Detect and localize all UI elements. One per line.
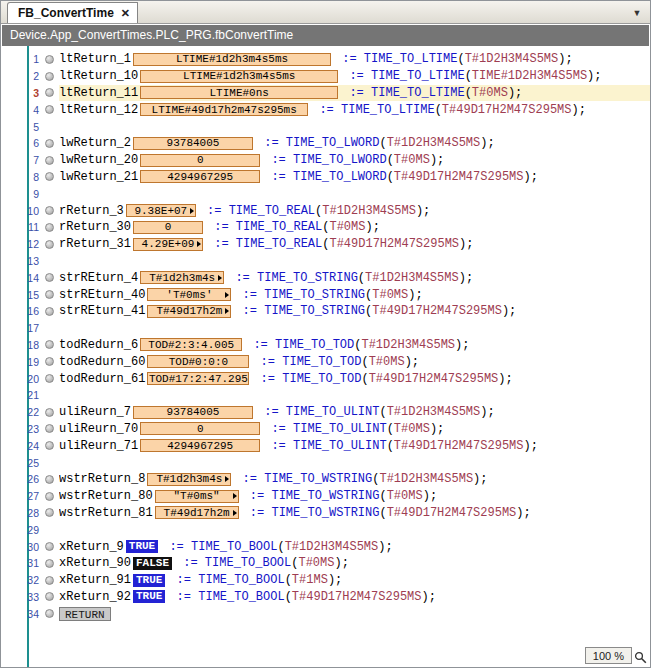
magnifier-icon[interactable] bbox=[633, 649, 648, 665]
close-icon[interactable]: ✕ bbox=[121, 8, 130, 19]
monitored-value-box[interactable]: 4.29E+09 bbox=[133, 238, 203, 251]
tab-list-dropdown[interactable]: ▼ bbox=[629, 5, 645, 20]
statement-bullet bbox=[45, 290, 54, 299]
monitored-value-box[interactable]: 0 bbox=[140, 422, 260, 435]
monitored-value-text: LTIME#0ns bbox=[210, 87, 269, 99]
code-line[interactable]: 4ltReturn_12LTIME#49d17h2m47s295ms := TI… bbox=[1, 101, 650, 118]
code-line[interactable]: 9 bbox=[1, 185, 650, 202]
code-line[interactable]: 29 bbox=[1, 521, 650, 538]
line-number: 15 bbox=[21, 289, 39, 301]
code-text: todRedurn_60TOD#0:0:0 := TIME_TO_TOD(T#0… bbox=[59, 353, 650, 370]
code-line[interactable]: 31xReturn_90FALSE := TIME_TO_BOOL(T#0MS)… bbox=[1, 555, 650, 572]
gutter-cell: 5 bbox=[1, 121, 59, 133]
statement-bullet bbox=[45, 88, 54, 97]
code-line[interactable]: 21 bbox=[1, 387, 650, 404]
bool-value-badge[interactable]: TRUE bbox=[133, 590, 165, 603]
code-line[interactable]: 8lwReturn_214294967295 := TIME_TO_LWORD(… bbox=[1, 169, 650, 186]
monitored-value-box[interactable]: 4294967295 bbox=[140, 170, 260, 183]
code-text: rReturn_300 := TIME_TO_REAL(T#0MS); bbox=[59, 219, 650, 236]
expand-triangle-icon[interactable] bbox=[225, 292, 229, 298]
expand-triangle-icon[interactable] bbox=[225, 476, 229, 482]
monitored-value-box[interactable]: 9.38E+07 bbox=[126, 204, 196, 217]
code-line[interactable]: 16strREturn_41T#49d17h2m := TIME_TO_STRI… bbox=[1, 303, 650, 320]
monitored-value-box[interactable]: "T#0ms" bbox=[155, 490, 239, 503]
code-editor[interactable]: 1ltReturn_1LTIME#1d2h3m4s5ms := TIME_TO_… bbox=[1, 46, 650, 667]
code-line[interactable]: 32xReturn_91TRUE := TIME_TO_BOOL(T#1MS); bbox=[1, 572, 650, 589]
code-line[interactable]: 12rReturn_314.29E+09 := TIME_TO_REAL(T#4… bbox=[1, 236, 650, 253]
time-literal: T#49D17H2M47S295MS bbox=[442, 103, 572, 117]
code-line[interactable]: 11rReturn_300 := TIME_TO_REAL(T#0MS); bbox=[1, 219, 650, 236]
monitored-value-box[interactable]: 'T#0ms' bbox=[147, 288, 231, 301]
code-line[interactable]: 22uliReurn_793784005 := TIME_TO_ULINT(T#… bbox=[1, 404, 650, 421]
code-line[interactable]: 30xReturn_9TRUE := TIME_TO_BOOL(T#1D2H3M… bbox=[1, 538, 650, 555]
expand-triangle-icon[interactable] bbox=[233, 510, 237, 516]
code-line[interactable]: 10rReturn_39.38E+07 := TIME_TO_REAL(T#1D… bbox=[1, 202, 650, 219]
bool-value-badge[interactable]: TRUE bbox=[133, 574, 165, 587]
code-line[interactable]: 17 bbox=[1, 320, 650, 337]
breadcrumb: Device.App_ConvertTimes.PLC_PRG.fbConver… bbox=[10, 28, 293, 42]
expand-triangle-icon[interactable] bbox=[197, 241, 201, 247]
statement-bullet bbox=[45, 475, 54, 484]
variable-name: wstrReturn_8 bbox=[59, 472, 145, 486]
code-line[interactable]: 3ltReturn_11LTIME#0ns := TIME_TO_LTIME(T… bbox=[1, 85, 650, 102]
expand-triangle-icon[interactable] bbox=[233, 493, 237, 499]
gutter-cell: 1 bbox=[1, 53, 59, 65]
monitored-value-text: T#49d17h2m bbox=[156, 305, 222, 317]
code-text: rReturn_314.29E+09 := TIME_TO_REAL(T#49D… bbox=[59, 236, 650, 253]
code-line[interactable]: 15strREturn_40'T#0ms' := TIME_TO_STRING(… bbox=[1, 286, 650, 303]
time-literal: T#1D2H3M4S5MS bbox=[387, 405, 481, 419]
statement-bullet bbox=[45, 542, 54, 551]
open-paren: ( bbox=[315, 204, 322, 218]
code-line[interactable]: 23uliReurn_700 := TIME_TO_ULINT(T#0MS); bbox=[1, 421, 650, 438]
monitored-value-box[interactable]: T#1d2h3m4s bbox=[140, 271, 224, 284]
code-line[interactable]: 27wstrReturn_80"T#0ms" := TIME_TO_WSTRIN… bbox=[1, 488, 650, 505]
code-text: xReturn_90FALSE := TIME_TO_BOOL(T#0MS); bbox=[59, 555, 650, 572]
monitored-value-box[interactable]: 0 bbox=[133, 221, 203, 234]
gutter-cell: 2 bbox=[1, 70, 59, 82]
bool-value-badge[interactable]: TRUE bbox=[126, 540, 158, 553]
monitored-value-box[interactable]: 0 bbox=[140, 154, 260, 167]
monitored-value-box[interactable]: 93784005 bbox=[133, 137, 253, 150]
code-line[interactable]: 20todRedurn_61TOD#17:2:47.295 := TIME_TO… bbox=[1, 370, 650, 387]
code-line[interactable]: 1ltReturn_1LTIME#1d2h3m4s5ms := TIME_TO_… bbox=[1, 51, 650, 68]
line-number: 29 bbox=[21, 524, 39, 536]
code-line[interactable]: 14strREturn_4T#1d2h3m4s := TIME_TO_STRIN… bbox=[1, 269, 650, 286]
monitored-value-box[interactable]: T#49d17h2m bbox=[147, 305, 231, 318]
code-line[interactable]: 5 bbox=[1, 118, 650, 135]
monitored-value-box[interactable]: TOD#0:0:0 bbox=[147, 355, 249, 368]
code-line[interactable]: 26wstrReturn_8T#1d2h3m4s := TIME_TO_WSTR… bbox=[1, 471, 650, 488]
code-line[interactable]: 7lwReturn_200 := TIME_TO_LWORD(T#0MS); bbox=[1, 152, 650, 169]
conversion-function: TIME_TO_LTIME bbox=[341, 103, 435, 117]
code-line[interactable]: 24uliReurn_714294967295 := TIME_TO_ULINT… bbox=[1, 437, 650, 454]
expand-triangle-icon[interactable] bbox=[218, 275, 222, 281]
code-line[interactable]: 28wstrReturn_81T#49d17h2m := TIME_TO_WST… bbox=[1, 505, 650, 522]
monitored-value-box[interactable]: T#49d17h2m bbox=[155, 506, 239, 519]
expand-triangle-icon[interactable] bbox=[225, 308, 229, 314]
monitored-value-box[interactable]: TOD#17:2:47.295 bbox=[147, 372, 249, 385]
assign-operator: := bbox=[162, 540, 191, 554]
close-paren-semicolon: ); bbox=[459, 271, 473, 285]
close-paren-semicolon: ); bbox=[523, 170, 537, 184]
monitored-value-box[interactable]: LTIME#1d2h3m4s5ms bbox=[133, 53, 331, 66]
line-number: 17 bbox=[21, 322, 39, 334]
monitored-value-box[interactable]: 93784005 bbox=[133, 406, 253, 419]
bool-value-badge[interactable]: FALSE bbox=[133, 557, 172, 570]
monitored-value-box[interactable]: T#1d2h3m4s bbox=[147, 473, 231, 486]
monitored-value-box[interactable]: LTIME#0ns bbox=[140, 86, 338, 99]
monitored-value-box[interactable]: TOD#2:3:4.005 bbox=[140, 338, 242, 351]
code-line[interactable]: 2ltReturn_10LTIME#1d2h3m4s5ms := TIME_TO… bbox=[1, 68, 650, 85]
tab-fb-converttime[interactable]: FB_ConvertTime ✕ bbox=[7, 2, 138, 23]
code-line[interactable]: 34RETURN bbox=[1, 605, 650, 622]
zoom-control[interactable]: 100 % bbox=[585, 647, 632, 664]
code-line[interactable]: 19todRedurn_60TOD#0:0:0 := TIME_TO_TOD(T… bbox=[1, 353, 650, 370]
code-line[interactable]: 6lwReturn_293784005 := TIME_TO_LWORD(T#1… bbox=[1, 135, 650, 152]
monitored-value-box[interactable]: LTIME#1d2h3m4s5ms bbox=[140, 70, 338, 83]
monitored-value-box[interactable]: LTIME#49d17h2m47s295ms bbox=[140, 103, 308, 116]
code-line[interactable]: 25 bbox=[1, 454, 650, 471]
code-line[interactable]: 13 bbox=[1, 253, 650, 270]
close-paren-semicolon: ); bbox=[480, 136, 494, 150]
expand-triangle-icon[interactable] bbox=[190, 208, 194, 214]
code-line[interactable]: 18todRedurn_6TOD#2:3:4.005 := TIME_TO_TO… bbox=[1, 337, 650, 354]
code-line[interactable]: 33xReturn_92TRUE := TIME_TO_BOOL(T#49D17… bbox=[1, 589, 650, 606]
monitored-value-box[interactable]: 4294967295 bbox=[140, 439, 260, 452]
